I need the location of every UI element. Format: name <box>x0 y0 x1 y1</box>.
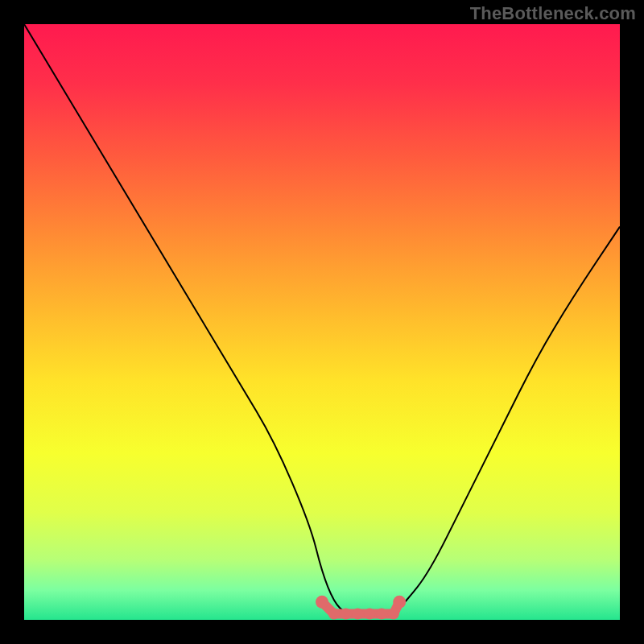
watermark-label: TheBottleneck.com <box>470 3 636 24</box>
bottleneck-curve <box>24 24 620 614</box>
marker-dot <box>316 596 328 609</box>
marker-dot <box>388 609 399 620</box>
marker-dot <box>393 596 406 609</box>
bottleneck-minimum-markers <box>316 596 406 620</box>
marker-dot <box>376 609 387 620</box>
marker-dot <box>341 609 352 620</box>
marker-dot <box>328 609 340 620</box>
marker-dot <box>352 609 363 620</box>
chart-svg <box>24 24 620 620</box>
chart-frame: TheBottleneck.com <box>0 0 644 644</box>
marker-dot <box>364 609 375 620</box>
plot-area <box>24 24 620 620</box>
